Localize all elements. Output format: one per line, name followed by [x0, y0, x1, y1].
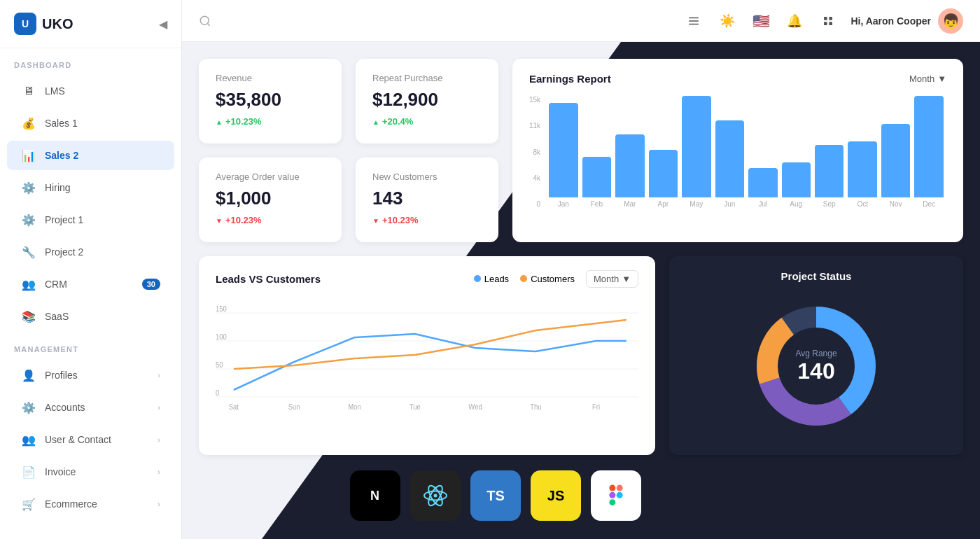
sidebar-item-user-contact[interactable]: 👥 User & Contact › [7, 425, 174, 454]
bar-chart-container: 15k 11k 8k 4k 0 JanFebMarAprMayJunJulAug… [529, 96, 946, 208]
sidebar-item-accounts[interactable]: ⚙️ Accounts › [7, 393, 174, 422]
svg-rect-36 [609, 492, 615, 498]
bar-column: Oct [848, 141, 876, 208]
sidebar-item-sales1[interactable]: 💰 Sales 1 [7, 108, 174, 138]
card-change: +20.4% [372, 116, 482, 127]
bar-month-label: Oct [857, 200, 868, 208]
sidebar-item-label: SaaS [45, 311, 69, 322]
svg-text:N: N [370, 489, 379, 503]
bar [782, 162, 811, 197]
bar-month-label: Dec [923, 200, 935, 208]
profiles-icon: 👤 [21, 368, 36, 383]
bar-month-label: Jul [758, 200, 767, 208]
sidebar-item-hiring[interactable]: ⚙️ Hiring [7, 173, 174, 202]
legend-customers: Customers [531, 274, 575, 284]
new-customers-card: New Customers 143 +10.23% [356, 158, 498, 242]
leads-month-selector[interactable]: Month ▼ [586, 270, 638, 288]
sidebar-item-project1[interactable]: ⚙️ Project 1 [7, 205, 174, 234]
content-grid: Revenue $35,800 +10.23% Repeat Purchase … [182, 42, 980, 539]
sidebar-item-ecommerce[interactable]: 🛒 Ecommerce › [7, 489, 174, 519]
dashboard-section-label: DASHBOARD [0, 48, 181, 75]
card-change: +10.23% [216, 116, 325, 127]
bar-column: Feb [582, 157, 611, 208]
donut-avg-label: Avg Range [795, 348, 836, 358]
chevron-right-icon: › [158, 403, 160, 412]
avg-order-card: Average Order value $1,000 +10.23% [199, 158, 342, 242]
sidebar-item-invoice[interactable]: 📄 Invoice › [7, 457, 174, 486]
sales1-icon: 💰 [21, 115, 36, 131]
sidebar-item-crm[interactable]: 👥 CRM 30 [7, 270, 174, 299]
card-label: New Customers [372, 172, 482, 182]
sidebar-item-label: Accounts [45, 402, 85, 413]
bar-column: Aug [782, 162, 811, 208]
javascript-icon: JS [531, 470, 581, 521]
bar-month-label: Apr [658, 200, 669, 208]
bar [815, 145, 844, 197]
card-value: 143 [372, 188, 482, 209]
sidebar: U UKO ◀ DASHBOARD 🖥 LMS 💰 Sales 1 📊 Sale… [0, 0, 182, 539]
bar-column: Nov [881, 124, 910, 208]
chevron-right-icon: › [158, 435, 160, 444]
bar [649, 150, 678, 197]
donut-center-text: Avg Range 140 [795, 348, 836, 384]
bar-month-label: Feb [591, 200, 603, 208]
bar-month-label: Aug [790, 200, 802, 208]
svg-text:50: 50 [216, 360, 223, 369]
card-value: $35,800 [216, 89, 325, 111]
bar [549, 103, 578, 197]
sidebar-item-label: Ecommerce [45, 498, 97, 510]
svg-text:Wed: Wed [468, 402, 482, 411]
nextjs-icon: N [350, 470, 400, 521]
svg-rect-7 [824, 22, 827, 25]
bar [748, 168, 777, 197]
sidebar-item-saas[interactable]: 📚 SaaS [7, 302, 174, 331]
user-profile[interactable]: Hi, Aaron Cooper 👦 [850, 8, 963, 34]
svg-text:0: 0 [216, 388, 220, 397]
bar-chart: JanFebMarAprMayJunJulAugSepOctNovDec [546, 96, 946, 208]
collapse-button[interactable]: ◀ [159, 18, 167, 31]
svg-rect-5 [824, 17, 827, 20]
chart-legend: Leads Customers [474, 274, 575, 284]
bar-month-label: Nov [890, 200, 902, 208]
svg-text:150: 150 [216, 304, 227, 313]
sidebar-item-sales2[interactable]: 📊 Sales 2 [7, 141, 174, 170]
notification-bell-icon[interactable]: 🔔 [783, 10, 806, 32]
card-change: +10.23% [216, 215, 325, 225]
logo-icon: U [14, 13, 36, 35]
sidebar-item-label: Profiles [45, 370, 78, 381]
sidebar-item-profiles[interactable]: 👤 Profiles › [7, 360, 174, 390]
project1-icon: ⚙️ [21, 212, 36, 227]
card-label: Repeat Purchase [372, 73, 482, 83]
svg-text:Fri: Fri [592, 402, 600, 411]
month-selector[interactable]: Month ▼ [909, 74, 946, 84]
svg-text:Mon: Mon [348, 402, 361, 411]
theme-toggle-icon[interactable]: ☀️ [716, 10, 738, 32]
donut-chart: Avg Range 140 [746, 296, 886, 436]
up-arrow-icon [372, 116, 379, 127]
leads-chart-title: Leads VS Customers [216, 273, 321, 285]
avatar: 👦 [938, 8, 963, 34]
line-chart: 150 100 50 0 Sat Sun Mon Tue Wed Thu Fri [216, 299, 638, 411]
sidebar-item-lms[interactable]: 🖥 LMS [7, 76, 174, 106]
up-arrow-icon [216, 116, 223, 127]
bar-column: Jul [748, 168, 777, 208]
apps-grid-icon[interactable] [817, 10, 839, 32]
menu-icon[interactable] [682, 10, 705, 32]
down-arrow-icon [216, 215, 223, 225]
project-status-title: Project Status [781, 270, 852, 282]
language-flag-icon[interactable]: 🇺🇸 [750, 10, 772, 32]
invoice-icon: 📄 [21, 464, 36, 479]
bar [715, 120, 744, 197]
search-box[interactable] [199, 15, 671, 27]
logo: U UKO [14, 13, 73, 35]
crm-badge: 30 [142, 279, 160, 290]
svg-rect-6 [830, 17, 833, 20]
svg-rect-34 [609, 485, 615, 491]
bar-month-label: May [690, 200, 703, 208]
hiring-icon: ⚙️ [21, 180, 36, 195]
sidebar-item-project2[interactable]: 🔧 Project 2 [7, 237, 174, 267]
chevron-down-icon: ▼ [937, 74, 946, 84]
search-icon [199, 15, 211, 27]
revenue-card: Revenue $35,800 +10.23% [199, 59, 342, 144]
typescript-icon: TS [470, 470, 521, 521]
